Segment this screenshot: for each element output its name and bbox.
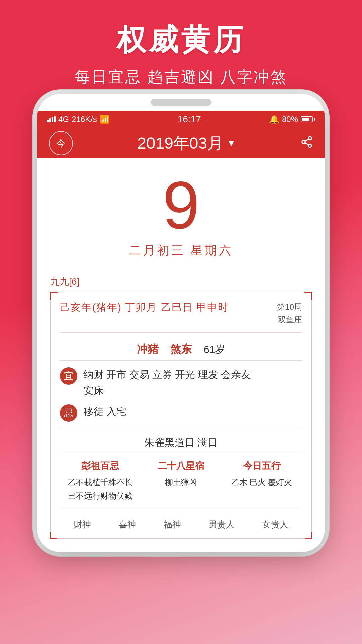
- info-card: 己亥年(猪年) 丁卯月 乙巳日 甲申时 第10周 双鱼座 冲猪 煞东 61岁: [50, 292, 312, 539]
- col1-content: 乙不栽植千株不长巳不远行财物伏藏: [60, 476, 141, 503]
- today-button[interactable]: 今: [49, 131, 73, 155]
- col3-content: 乙木 巳火 覆灯火: [221, 476, 302, 489]
- lunar-date: 二月初三 星期六: [50, 242, 312, 259]
- date-display: 9 二月初三 星期六: [50, 158, 312, 265]
- speaker: [151, 99, 211, 106]
- yi-content: 纳财 开市 交易 立券 开光 理发 会亲友安床: [83, 367, 251, 399]
- col2-title: 二十八星宿: [141, 460, 222, 472]
- battery-icon: [301, 116, 315, 122]
- alarm-icon: 🔔: [269, 115, 279, 124]
- age-label: 61岁: [204, 344, 225, 355]
- col3: 今日五行 乙木 巳火 覆灯火: [221, 460, 302, 503]
- col2: 二十八星宿 柳土獐凶: [141, 460, 222, 503]
- battery-percent: 80%: [282, 115, 298, 124]
- signal-label: 4G: [58, 115, 69, 124]
- chong-label: 冲猪: [137, 343, 159, 355]
- signal-icon: [47, 116, 56, 122]
- card-corner-br: [305, 532, 312, 539]
- phone-top-bar: [37, 94, 325, 111]
- dropdown-arrow-icon: ▼: [227, 138, 236, 149]
- zodiac-text: 双鱼座: [277, 313, 302, 326]
- col2-content: 柳土獐凶: [141, 476, 222, 489]
- footer-gods: 财神 喜神 福神 男贵人 女贵人: [60, 515, 302, 530]
- yi-ji-section: 宜 纳财 开市 交易 立券 开光 理发 会亲友安床 忌 移徒 入宅: [60, 367, 302, 422]
- col1-title: 彭祖百忌: [60, 460, 141, 472]
- bottom-three-cols: 彭祖百忌 乙不栽植千株不长巳不远行财物伏藏 二十八星宿 柳土獐凶 今日五行 乙木…: [60, 460, 302, 509]
- today-label: 今: [56, 137, 66, 150]
- big-day: 9: [50, 172, 312, 239]
- ganzhi-text: 己亥年(猪年) 丁卯月 乙巳日 甲申时: [60, 301, 229, 314]
- god-nvguiren: 女贵人: [262, 519, 288, 530]
- status-left: 4G 216K/s 📶: [47, 115, 110, 124]
- status-right: 🔔 80%: [269, 115, 315, 124]
- col1: 彭祖百忌 乙不栽植千株不长巳不远行财物伏藏: [60, 460, 141, 503]
- jiu-label: 九九[6]: [50, 275, 312, 288]
- app-subtitle: 每日宜忌 趋吉避凶 八字冲煞: [0, 67, 362, 88]
- speed-label: 216K/s: [72, 115, 97, 124]
- yi-badge: 宜: [60, 367, 77, 385]
- svg-line-3: [305, 143, 309, 145]
- col3-title: 今日五行: [221, 460, 302, 472]
- app-title: 权威黄历: [0, 20, 362, 60]
- phone-frame: 4G 216K/s 📶 16:17 🔔 80% 今 2019年03月 ▼: [37, 94, 325, 552]
- month-title[interactable]: 2019年03月 ▼: [137, 132, 236, 154]
- month-text: 2019年03月: [137, 132, 223, 154]
- week-zodiac: 第10周 双鱼座: [277, 301, 302, 326]
- chong-sha-row: 冲猪 煞东 61岁: [60, 339, 302, 361]
- god-xisheng: 喜神: [119, 519, 136, 530]
- svg-line-4: [305, 139, 309, 141]
- main-content: 9 二月初三 星期六 九九[6] 己亥年(猪年) 丁卯月 乙巳日 甲申时 第10…: [37, 158, 325, 552]
- god-fusheng: 福神: [164, 519, 181, 530]
- divider1: [60, 428, 302, 428]
- nav-bar: 今 2019年03月 ▼: [37, 128, 325, 158]
- ji-row: 忌 移徒 入宅: [60, 404, 302, 422]
- card-corner-bl: [50, 532, 57, 539]
- calendar-info: 九九[6] 己亥年(猪年) 丁卯月 乙巳日 甲申时 第10周 双鱼座 冲猪: [50, 275, 312, 539]
- wifi-icon: 📶: [100, 115, 110, 124]
- ji-badge: 忌: [60, 404, 77, 422]
- ganzhi-row: 己亥年(猪年) 丁卯月 乙巳日 甲申时 第10周 双鱼座: [60, 301, 302, 333]
- share-button[interactable]: [300, 136, 313, 151]
- zhuque-row: 朱雀黑道日 满日: [60, 433, 302, 453]
- yi-row: 宜 纳财 开市 交易 立券 开光 理发 会亲友安床: [60, 367, 302, 399]
- week-text: 第10周: [277, 301, 302, 313]
- bottom-fade: [37, 539, 325, 552]
- god-caisheng: 财神: [74, 519, 91, 530]
- god-nanguiren: 男贵人: [208, 519, 235, 530]
- status-time: 16:17: [178, 114, 201, 125]
- sha-label: 煞东: [170, 343, 192, 355]
- ji-content: 移徒 入宅: [83, 404, 126, 420]
- status-bar: 4G 216K/s 📶 16:17 🔔 80%: [37, 111, 325, 128]
